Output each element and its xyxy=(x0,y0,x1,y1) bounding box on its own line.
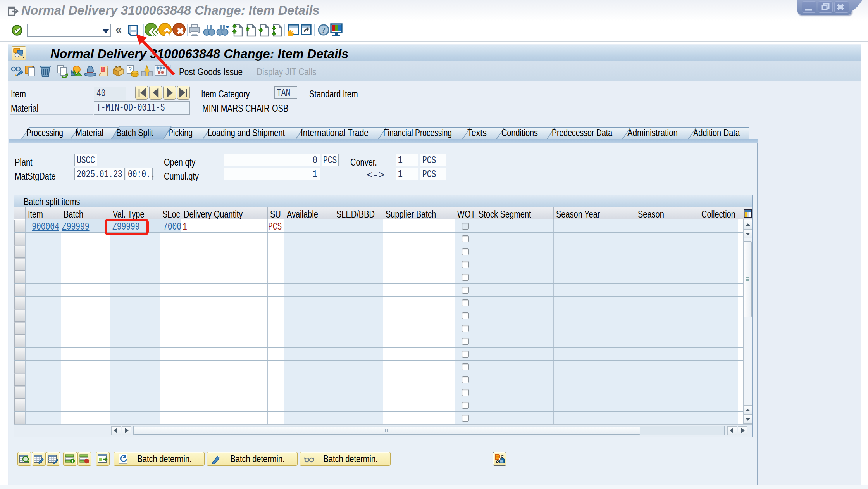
svg-text:Batch Split: Batch Split xyxy=(116,127,153,138)
svg-text:Predecessor Data: Predecessor Data xyxy=(552,127,612,138)
svg-text:Material: Material xyxy=(76,127,103,138)
svg-text:Administration: Administration xyxy=(627,127,678,138)
svg-text:Addition Data: Addition Data xyxy=(693,127,740,138)
svg-text:International Trade: International Trade xyxy=(301,127,369,138)
svg-text:Picking: Picking xyxy=(168,127,193,138)
svg-text:Financial Processing: Financial Processing xyxy=(383,127,452,138)
svg-text:?: ? xyxy=(322,25,326,35)
svg-text:Loading and Shipment: Loading and Shipment xyxy=(208,127,285,138)
svg-text:Processing: Processing xyxy=(26,127,63,138)
svg-text:Texts: Texts xyxy=(467,127,487,138)
svg-text:Conditions: Conditions xyxy=(501,127,538,138)
svg-text:!: ! xyxy=(102,66,104,72)
